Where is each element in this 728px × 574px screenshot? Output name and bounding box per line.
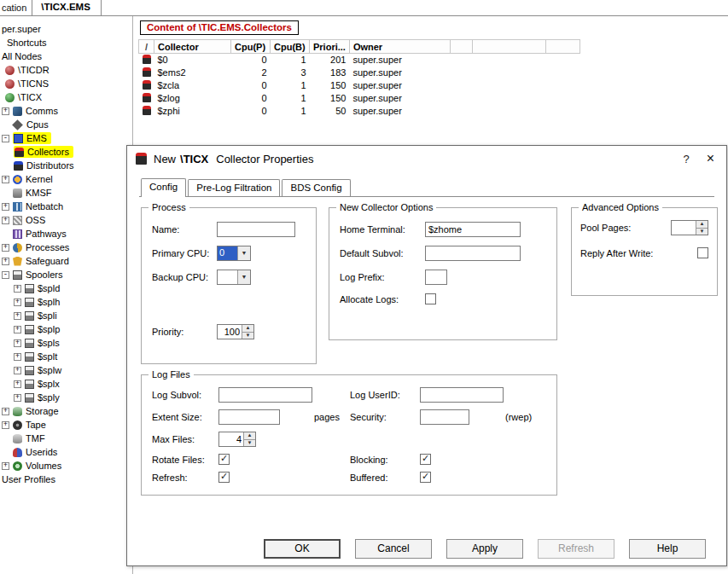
tab-ticx-ems[interactable]: \TICX.EMS xyxy=(32,0,102,15)
tree-item-$splw[interactable]: +$splw xyxy=(0,363,132,377)
spin-up-icon[interactable]: ▲ xyxy=(696,221,708,228)
refresh-checkbox[interactable] xyxy=(218,472,230,483)
column-header-cpu-p[interactable]: Cpu(P) xyxy=(231,40,271,54)
pool-pages-spinner[interactable]: ▲▼ xyxy=(671,220,708,235)
tree-item-pathways[interactable]: Pathways xyxy=(0,227,132,241)
column-header-empty[interactable] xyxy=(450,40,472,54)
tree-item-comms[interactable]: +Comms xyxy=(0,104,132,118)
help-button[interactable]: Help xyxy=(629,539,706,559)
spin-up-icon[interactable]: ▲ xyxy=(242,325,253,332)
tree-item-ems[interactable]: -EMS xyxy=(0,131,132,145)
tree-expander-icon[interactable]: + xyxy=(2,421,9,429)
tree-item-all-nodes[interactable]: All Nodes xyxy=(0,49,132,63)
spin-up-icon[interactable]: ▲ xyxy=(244,432,255,439)
tree-item-volumes[interactable]: +Volumes xyxy=(0,459,132,473)
tab-pre-log-filtration[interactable]: Pre-Log Filtration xyxy=(188,179,280,196)
column-header-cpu-b[interactable]: Cpu(B) xyxy=(271,40,310,54)
tree-expander-icon[interactable]: + xyxy=(14,326,21,333)
tree-expander-icon[interactable]: + xyxy=(14,394,21,402)
log-subvol-input[interactable] xyxy=(218,387,312,403)
tree-item-$splx[interactable]: +$splx xyxy=(0,377,132,391)
tree-item-$spls[interactable]: +$spls xyxy=(0,336,132,350)
tree-expander-icon[interactable]: + xyxy=(14,312,21,320)
security-input[interactable] xyxy=(420,409,469,425)
log-prefix-input[interactable] xyxy=(425,270,447,285)
tab-config[interactable]: Config xyxy=(141,178,186,197)
tree-expander-icon[interactable]: - xyxy=(2,135,9,142)
tree-item-tmf[interactable]: TMF xyxy=(0,432,132,445)
tree-expander-icon[interactable]: + xyxy=(2,203,9,211)
tree-expander-icon[interactable]: + xyxy=(2,244,9,252)
apply-button[interactable]: Apply xyxy=(446,539,523,559)
tab-partial-left[interactable]: cation xyxy=(0,0,32,15)
column-header-collector[interactable]: Collector xyxy=(154,40,231,54)
tree-item-$sply[interactable]: +$sply xyxy=(0,391,132,404)
tree-item-processes[interactable]: +Processes xyxy=(0,241,132,254)
tree-item-collectors[interactable]: Collectors xyxy=(0,145,132,159)
tab-bds-config[interactable]: BDS Config xyxy=(282,179,350,196)
table-row[interactable]: $001201super.super xyxy=(139,54,580,67)
tree-item-ticns[interactable]: \TICNS xyxy=(0,77,132,90)
tree-expander-icon[interactable]: + xyxy=(14,380,21,388)
reply-after-write-checkbox[interactable] xyxy=(697,247,708,258)
tree-expander-icon[interactable]: + xyxy=(2,176,9,183)
tree-item-$spld[interactable]: +$spld xyxy=(0,281,132,295)
tree-item-$splt[interactable]: +$splt xyxy=(0,350,132,363)
titlebar-help-button[interactable]: ? xyxy=(671,153,701,165)
tree-expander-icon[interactable]: + xyxy=(2,462,9,470)
tree-item-distributors[interactable]: Distributors xyxy=(0,159,132,172)
column-header-empty[interactable] xyxy=(545,40,579,54)
tree-expander-icon[interactable]: + xyxy=(14,285,21,293)
tree-item-netbatch[interactable]: +Netbatch xyxy=(0,200,132,213)
tree-item-$spli[interactable]: +$spli xyxy=(0,309,132,322)
home-terminal-input[interactable] xyxy=(425,222,521,237)
name-input[interactable] xyxy=(217,222,295,237)
priority-spinner[interactable]: ▲▼ xyxy=(217,324,254,339)
chevron-down-icon[interactable]: ▼ xyxy=(237,246,250,260)
tree-expander-icon[interactable]: - xyxy=(2,271,9,279)
tree-expander-icon[interactable]: + xyxy=(14,367,21,374)
tree-expander-icon[interactable]: + xyxy=(2,408,9,415)
default-subvol-input[interactable] xyxy=(425,246,521,261)
tree-item-$splh[interactable]: +$splh xyxy=(0,295,132,309)
allocate-logs-checkbox[interactable] xyxy=(425,293,436,304)
column-header-owner[interactable]: Owner xyxy=(349,40,450,54)
table-row[interactable]: $zphi0150super.super xyxy=(139,105,580,118)
extent-size-input[interactable] xyxy=(218,409,280,425)
log-userid-input[interactable] xyxy=(420,387,504,403)
backup-cpu-combo[interactable]: ▼ xyxy=(217,270,251,285)
tree-item-storage[interactable]: +Storage xyxy=(0,404,132,418)
tree-item-per-super[interactable]: per.super xyxy=(0,22,132,36)
sort-column-header[interactable]: / xyxy=(139,40,154,54)
max-files-value[interactable] xyxy=(219,432,243,446)
tree-expander-icon[interactable]: + xyxy=(14,339,21,347)
pool-pages-value[interactable] xyxy=(672,221,696,235)
priority-value[interactable] xyxy=(218,325,242,339)
tree-expander-icon[interactable]: + xyxy=(2,107,9,115)
tree-item-kernel[interactable]: +Kernel xyxy=(0,172,132,186)
spin-down-icon[interactable]: ▼ xyxy=(696,228,708,235)
primary-cpu-combo[interactable]: 0 ▼ xyxy=(217,246,251,261)
close-icon[interactable]: × xyxy=(702,151,719,166)
blocking-checkbox[interactable] xyxy=(420,454,431,465)
column-header-priori[interactable]: Priori... xyxy=(310,40,350,54)
tree-item-ticx[interactable]: \TICX xyxy=(0,90,132,104)
table-row[interactable]: $ems223183super.super xyxy=(139,67,580,79)
table-row[interactable]: $zcla01150super.super xyxy=(139,79,580,92)
buffered-checkbox[interactable] xyxy=(420,472,431,483)
ok-button[interactable]: OK xyxy=(264,539,341,559)
tree-expander-icon[interactable]: + xyxy=(2,217,9,224)
table-row[interactable]: $zlog01150super.super xyxy=(139,92,580,105)
tree-item-spoolers[interactable]: -Spoolers xyxy=(0,268,132,281)
tree-expander-icon[interactable]: + xyxy=(14,299,21,306)
max-files-spinner[interactable]: ▲▼ xyxy=(218,432,256,447)
spin-down-icon[interactable]: ▼ xyxy=(242,332,253,339)
rotate-files-checkbox[interactable] xyxy=(218,454,230,465)
tree-item-kmsf[interactable]: KMSF xyxy=(0,186,132,200)
chevron-down-icon[interactable]: ▼ xyxy=(237,270,250,284)
tree-item-tape[interactable]: +Tape xyxy=(0,418,132,432)
tree-item-cpus[interactable]: Cpus xyxy=(0,118,132,131)
tree-expander-icon[interactable]: + xyxy=(14,353,21,361)
tree-item-shortcuts[interactable]: Shortcuts xyxy=(0,36,132,49)
tree-item-ticdr[interactable]: \TICDR xyxy=(0,63,132,77)
